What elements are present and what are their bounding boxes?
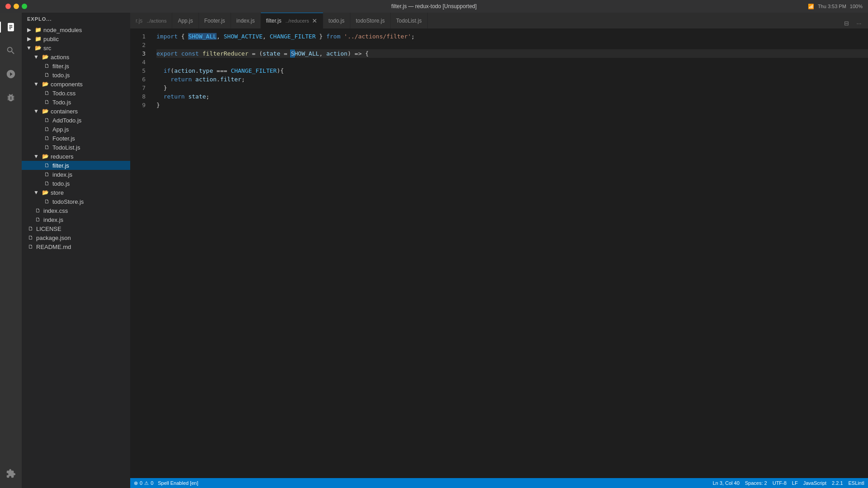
folder-open-icon: 📂 [42, 189, 49, 196]
sidebar-item-actions-todo[interactable]: 🗋 todo.js [22, 70, 130, 80]
status-bar-right: Ln 3, Col 40 Spaces: 2 UTF-8 LF JavaScri… [712, 480, 864, 486]
tab-footer-label: Footer.js [204, 18, 225, 24]
eol-label: LF [792, 480, 798, 486]
file-icon: 🗋 [43, 117, 51, 124]
file-icon: 🗋 [43, 144, 51, 151]
status-encoding[interactable]: UTF-8 [773, 480, 787, 486]
status-spaces[interactable]: Spaces: 2 [745, 480, 767, 486]
code-editor[interactable]: import { SHOW_ALL, SHOW_ACTIVE, CHANGE_F… [153, 28, 868, 478]
sidebar-item-actions-filter[interactable]: 🗋 filter.js [22, 61, 130, 70]
sidebar-item-containers[interactable]: ▼ 📂 containers [22, 107, 130, 116]
code-line-6: } [156, 84, 167, 91]
tab-index-label: index.js [236, 18, 255, 24]
status-eol[interactable]: LF [792, 480, 798, 486]
sidebar-item-todo-js[interactable]: 🗋 Todo.js [22, 98, 130, 107]
warning-icon: ⚠ [144, 480, 149, 486]
activity-bar [0, 13, 22, 488]
spell-label: Spell Enabled [en] [158, 480, 198, 486]
tab-actions[interactable]: r.js ../actions [130, 13, 172, 28]
status-language[interactable]: JavaScript [803, 480, 826, 486]
status-version[interactable]: 2.2.1 [832, 480, 843, 486]
activity-explorer[interactable] [0, 16, 22, 38]
editor-area: r.js ../actions App.js Footer.js index.j… [130, 13, 868, 488]
file-icon: 🗋 [43, 126, 51, 133]
file-icon: 🗋 [43, 89, 51, 97]
sidebar-item-addtodo[interactable]: 🗋 AddTodo.js [22, 116, 130, 125]
close-button[interactable] [5, 4, 11, 9]
tab-footer[interactable]: Footer.js [199, 13, 231, 28]
status-position[interactable]: Ln 3, Col 40 [712, 480, 739, 486]
folder-open-icon: 📂 [42, 153, 49, 160]
sidebar-item-todostore[interactable]: 🗋 todoStore.js [22, 197, 130, 206]
tab-todostore[interactable]: todoStore.js [350, 13, 391, 28]
sidebar-item-containers-todolist[interactable]: 🗋 TodoList.js [22, 143, 130, 152]
file-icon: 🗋 [27, 243, 34, 250]
more-actions-button[interactable]: ··· [854, 18, 864, 28]
wifi-icon: 📶 [808, 4, 814, 9]
activity-extensions[interactable] [0, 463, 22, 484]
activity-search[interactable] [0, 40, 22, 61]
tab-filter[interactable]: filter.js ../reducers ✕ [261, 13, 323, 28]
folder-open-icon: 📂 [34, 44, 42, 52]
sidebar-item-reducers-todo[interactable]: 🗋 todo.js [22, 179, 130, 188]
error-icon: ⊗ [134, 480, 138, 486]
sidebar-item-readme[interactable]: 🗋 README.md [22, 242, 130, 251]
sidebar-item-index-js[interactable]: 🗋 index.js [22, 215, 130, 224]
sidebar-item-node-modules[interactable]: ▶ 📁 node_modules [22, 25, 130, 34]
activity-debug[interactable] [0, 87, 22, 108]
status-bar: ⊗ 0 ⚠ 0 Spell Enabled [en] Ln 3, Col 40 … [130, 478, 868, 488]
sidebar: EXPLO... ▶ 📁 node_modules ▶ 📁 public ▼ 📂… [22, 13, 130, 488]
sidebar-item-public[interactable]: ▶ 📁 public [22, 34, 130, 43]
activity-git[interactable] [0, 63, 22, 85]
tab-filter-path: ../reducers [284, 18, 309, 23]
tab-app[interactable]: App.js [172, 13, 198, 28]
tab-filter-close[interactable]: ✕ [312, 18, 317, 24]
sidebar-item-reducers-filter[interactable]: 🗋 filter.js [22, 161, 130, 170]
tabs-bar: r.js ../actions App.js Footer.js index.j… [130, 13, 868, 28]
sidebar-item-containers-app[interactable]: 🗋 App.js [22, 125, 130, 134]
sidebar-item-store[interactable]: ▼ 📂 store [22, 188, 130, 197]
sidebar-item-containers-footer[interactable]: 🗋 Footer.js [22, 134, 130, 143]
folder-icon: 📁 [34, 26, 42, 33]
maximize-button[interactable] [22, 4, 27, 9]
chevron-right-icon: ▶ [25, 26, 33, 33]
tab-todolist[interactable]: TodoList.js [391, 13, 428, 28]
sidebar-item-package[interactable]: 🗋 package.json [22, 233, 130, 242]
activity-bar-bottom [0, 463, 22, 488]
editor-content[interactable]: 1 2 3 4 5 6 7 8 9 import { SHOW_ALL, SHO… [130, 28, 868, 478]
app-container: EXPLO... ▶ 📁 node_modules ▶ 📁 public ▼ 📂… [0, 13, 868, 488]
tab-index[interactable]: index.js [231, 13, 261, 28]
eslint-label: ESLintI [849, 480, 864, 486]
sidebar-item-index-css[interactable]: 🗋 index.css [22, 206, 130, 215]
code-line-3: export const filterReducer = (state = SH… [156, 49, 868, 58]
minimize-button[interactable] [14, 4, 19, 9]
file-icon: 🗋 [34, 207, 42, 214]
traffic-lights [5, 4, 27, 9]
warning-count: 0 [151, 480, 153, 486]
version-label: 2.2.1 [832, 480, 843, 486]
chevron-down-icon: ▼ [25, 44, 33, 52]
file-icon: 🗋 [43, 71, 51, 79]
encoding-label: UTF-8 [773, 480, 787, 486]
file-icon: 🗋 [43, 62, 51, 70]
sidebar-item-actions[interactable]: ▼ 📂 actions [22, 52, 130, 61]
tab-todostore-label: todoStore.js [356, 18, 385, 24]
tab-todo[interactable]: todo.js [323, 13, 350, 28]
split-editor-button[interactable]: ⊟ [841, 18, 852, 28]
status-errors[interactable]: ⊗ 0 ⚠ 0 [134, 480, 153, 486]
sidebar-item-todo-css[interactable]: 🗋 Todo.css [22, 89, 130, 98]
file-icon: 🗋 [27, 225, 34, 232]
sidebar-item-components[interactable]: ▼ 📂 components [22, 80, 130, 89]
file-icon: 🗋 [43, 198, 51, 205]
status-spell[interactable]: Spell Enabled [en] [158, 480, 198, 486]
sidebar-item-src[interactable]: ▼ 📂 src [22, 43, 130, 52]
code-line-1: import { SHOW_ALL, SHOW_ACTIVE, CHANGE_F… [156, 33, 415, 40]
sidebar-item-reducers[interactable]: ▼ 📂 reducers [22, 152, 130, 161]
file-icon: 🗋 [34, 216, 42, 223]
position-label: Ln 3, Col 40 [712, 480, 739, 486]
status-eslint[interactable]: ESLintI [849, 480, 864, 486]
sidebar-item-license[interactable]: 🗋 LICENSE [22, 224, 130, 233]
file-icon: 🗋 [43, 171, 51, 178]
chevron-down-icon: ▼ [33, 189, 40, 196]
sidebar-item-reducers-index[interactable]: 🗋 index.js [22, 170, 130, 179]
